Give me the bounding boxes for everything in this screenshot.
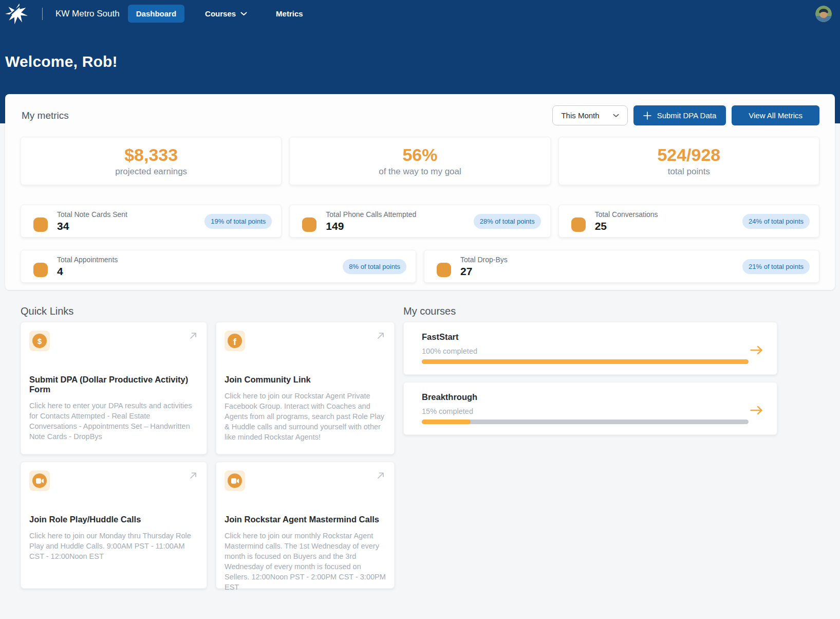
stat-card-phone-calls: Total Phone Calls Attempted 149 28% of t…	[289, 205, 550, 238]
star-logo-icon[interactable]	[5, 3, 28, 25]
facebook-icon: f	[225, 331, 245, 351]
nav-item-metrics[interactable]: Metrics	[268, 5, 311, 23]
stat-card-appointments: Total Appointments 4 8% of total points	[21, 250, 416, 283]
quicklink-title: Join Rockstar Agent Mastermind Calls	[225, 515, 386, 524]
nav-item-label: Courses	[205, 9, 236, 18]
summary-card-projected-earnings: $8,333 projected earnings	[21, 137, 282, 185]
summary-value: $8,333	[124, 145, 178, 165]
metric-square-icon	[437, 263, 451, 277]
summary-value: 524/928	[657, 145, 720, 165]
arrow-up-right-icon	[376, 470, 386, 481]
course-progress-label: 15% completed	[422, 407, 749, 415]
stat-value: 25	[595, 220, 658, 232]
quicklink-description: Click here to join our Monday thru Thurs…	[29, 531, 198, 561]
my-courses-section: My courses FastStart 100% completed Brea…	[403, 305, 777, 589]
stat-label: Total Note Cards Sent	[57, 210, 127, 219]
metric-square-icon	[33, 217, 48, 232]
summary-label: projected earnings	[115, 167, 187, 177]
stat-badge: 28% of total points	[474, 214, 541, 229]
view-all-metrics-label: View All Metrics	[749, 111, 802, 120]
quicklink-card-mastermind-calls[interactable]: Join Rockstar Agent Mastermind Calls Cli…	[216, 462, 395, 589]
quicklink-card-community[interactable]: f Join Community Link Click here to join…	[216, 322, 395, 454]
arrow-right-icon[interactable]	[750, 405, 763, 415]
stat-label: Total Conversations	[595, 210, 658, 219]
summary-label: total points	[668, 167, 710, 177]
stat-value: 4	[57, 265, 118, 278]
stat-value: 149	[326, 220, 416, 232]
my-metrics-panel: My metrics This Month Submit DPA Data Vi…	[5, 94, 835, 290]
arrow-up-right-icon	[376, 331, 386, 341]
metrics-title: My metrics	[21, 110, 69, 121]
stat-card-note-cards: Total Note Cards Sent 34 19% of total po…	[21, 205, 282, 238]
plus-icon	[643, 112, 651, 120]
quick-links-title: Quick Links	[21, 305, 395, 317]
stat-card-conversations: Total Conversations 25 24% of total poin…	[558, 205, 819, 238]
stat-label: Total Appointments	[57, 256, 118, 264]
course-card-breakthrough[interactable]: Breakthrough 15% completed	[403, 382, 777, 435]
stat-card-drop-bys: Total Drop-Bys 27 21% of total points	[424, 250, 819, 283]
metric-square-icon	[302, 217, 316, 232]
metrics-controls: This Month Submit DPA Data View All Metr…	[552, 105, 819, 125]
stat-label: Total Drop-Bys	[460, 256, 508, 264]
course-card-faststart[interactable]: FastStart 100% completed	[403, 322, 777, 375]
summary-value: 56%	[402, 145, 437, 165]
quicklink-title: Join Community Link	[225, 375, 386, 385]
welcome-heading: Welcome, Rob!	[0, 27, 840, 70]
metric-square-icon	[33, 263, 48, 277]
stats-row-2: Total Appointments 4 8% of total points …	[21, 250, 819, 283]
quicklink-description: Click here to join our monthly Rockstar …	[225, 531, 386, 592]
video-camera-icon	[29, 470, 50, 491]
main-nav: Dashboard Courses Metrics	[128, 5, 311, 23]
course-progress-bar	[422, 420, 749, 424]
period-select[interactable]: This Month	[552, 105, 627, 125]
course-progress-bar	[422, 359, 749, 364]
stat-badge: 21% of total points	[742, 259, 810, 274]
quick-links-section: Quick Links $ Submit DPA (Dollar Product…	[21, 305, 395, 589]
nav-item-label: Metrics	[276, 9, 303, 18]
nav-item-dashboard[interactable]: Dashboard	[128, 5, 184, 23]
submit-dpa-label: Submit DPA Data	[657, 111, 717, 120]
quicklink-description: Click here to join our Rockstar Agent Pr…	[225, 391, 386, 442]
course-name: FastStart	[422, 332, 749, 342]
chevron-down-icon	[240, 12, 247, 16]
summary-card-goal-progress: 56% of the way to my goal	[289, 137, 550, 185]
stat-value: 27	[460, 265, 508, 278]
dashboard-content: My metrics This Month Submit DPA Data Vi…	[5, 94, 835, 589]
metric-square-icon	[571, 217, 586, 232]
quicklink-title: Join Role Play/Huddle Calls	[29, 515, 198, 524]
dollar-icon: $	[29, 331, 50, 351]
quicklink-card-submit-dpa[interactable]: $ Submit DPA (Dollar Productive Activity…	[21, 322, 207, 454]
stat-value: 34	[57, 220, 127, 232]
summary-label: of the way to my goal	[379, 167, 461, 177]
chevron-down-icon	[613, 114, 619, 118]
video-camera-icon	[225, 470, 245, 491]
arrow-right-icon[interactable]	[750, 345, 763, 355]
brand-name: KW Metro South	[55, 9, 120, 19]
user-avatar[interactable]	[815, 6, 832, 22]
quicklink-title: Submit DPA (Dollar Productive Activity) …	[29, 375, 198, 394]
navbar: KW Metro South Dashboard Courses Metrics	[0, 0, 840, 27]
nav-item-label: Dashboard	[136, 9, 176, 18]
my-courses-title: My courses	[403, 305, 777, 317]
summary-cards-row: $8,333 projected earnings 56% of the way…	[21, 137, 819, 185]
view-all-metrics-button[interactable]: View All Metrics	[732, 105, 819, 125]
quicklink-card-role-play-calls[interactable]: Join Role Play/Huddle Calls Click here t…	[21, 462, 207, 589]
stat-badge: 19% of total points	[204, 214, 272, 229]
course-name: Breakthrough	[422, 392, 749, 402]
nav-item-courses[interactable]: Courses	[197, 5, 255, 23]
stat-badge: 8% of total points	[343, 259, 406, 274]
stat-badge: 24% of total points	[742, 214, 810, 229]
period-select-value: This Month	[561, 111, 599, 120]
stat-label: Total Phone Calls Attempted	[326, 210, 416, 219]
quicklink-description: Click here to enter your DPA results and…	[29, 400, 198, 442]
divider	[42, 8, 43, 20]
summary-card-total-points: 524/928 total points	[558, 137, 819, 185]
course-progress-label: 100% completed	[422, 347, 749, 355]
arrow-up-right-icon	[188, 331, 198, 341]
arrow-up-right-icon	[188, 470, 198, 481]
stats-row-1: Total Note Cards Sent 34 19% of total po…	[21, 205, 819, 238]
submit-dpa-button[interactable]: Submit DPA Data	[633, 105, 726, 125]
